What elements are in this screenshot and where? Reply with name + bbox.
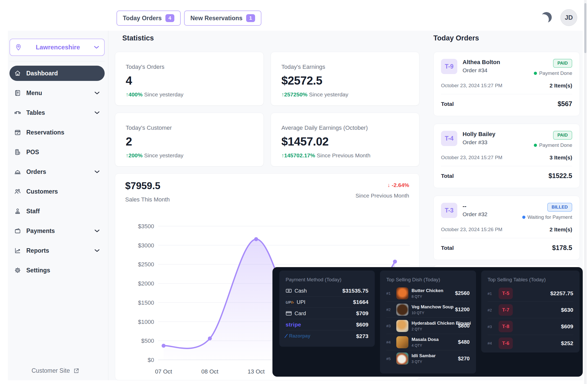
upi-logo-icon: UPI› xyxy=(286,300,294,304)
dish-qty: 3 QTY xyxy=(412,360,436,364)
table-rank-row: #2 T-7 $630 xyxy=(488,302,573,318)
dish-row: #3 Hyderabadi Chicken Biryani2 QTY $600 xyxy=(386,318,470,334)
table-amount: $252 xyxy=(561,340,573,346)
dish-amount: $600 xyxy=(458,323,470,329)
sidebar-item-menu[interactable]: Menu xyxy=(9,85,105,101)
sidebar-item-label: Tables xyxy=(26,109,45,116)
chevron-down-icon xyxy=(94,45,99,49)
order-total-value: $1522.5 xyxy=(549,172,572,180)
payment-method-name: Card xyxy=(295,310,306,316)
location-selector[interactable]: Lawrenceshire xyxy=(9,39,105,56)
sidebar-item-customers[interactable]: Customers xyxy=(9,184,105,199)
today-orders-button[interactable]: Today Orders 4 xyxy=(116,11,181,26)
svg-text:$0: $0 xyxy=(148,357,154,363)
today-orders-count-badge: 4 xyxy=(165,14,174,22)
new-reservations-button[interactable]: New Reservations 1 xyxy=(184,11,261,26)
stat-label: Today's Orders xyxy=(126,64,253,70)
scrollbar-thumb[interactable] xyxy=(584,3,586,53)
svg-text:$2500: $2500 xyxy=(138,261,154,268)
dish-name: Masala Dosa xyxy=(412,337,439,342)
order-divider xyxy=(441,166,572,166)
order-total-label: Total xyxy=(441,101,454,107)
payment-method-row: UPI›UPI $1664 xyxy=(286,297,368,308)
status-dot-icon xyxy=(534,72,537,75)
payment-method-row: Card $709 xyxy=(286,308,368,319)
svg-text:08 Oct: 08 Oct xyxy=(201,368,219,375)
gear-icon xyxy=(14,267,21,274)
avatar[interactable]: JD xyxy=(560,9,577,26)
stat-label: Today's Earnings xyxy=(281,64,409,70)
sidebar-item-dashboard[interactable]: Dashboard xyxy=(9,66,105,81)
sidebar-item-label: Staff xyxy=(26,208,40,215)
stats-grid: Today's Orders 4 ↑400% Since yesterday T… xyxy=(115,52,419,167)
insights-overlay: Payment Method (Today) Cash $31535.75 UP… xyxy=(272,267,583,377)
status-badge: BILLED xyxy=(547,203,572,212)
payment-status-note: Payment Done xyxy=(534,142,572,148)
today-orders-list: T-9 Althea Bolton Order #34 PAID Payment… xyxy=(433,52,580,260)
svg-text:$500: $500 xyxy=(141,338,154,344)
dark-mode-moon-icon[interactable] xyxy=(541,12,552,23)
chevron-down-icon xyxy=(94,91,100,95)
sidebar-divider xyxy=(108,31,108,380)
top-selling-dish-panel: Top Selling Dish (Today) #1 Butter Chick… xyxy=(380,271,476,373)
order-card[interactable]: T-3 -- Order #32 BILLED Waiting for Paym… xyxy=(433,196,580,260)
table-amount: $630 xyxy=(561,307,573,313)
sidebar-item-orders[interactable]: Orders xyxy=(9,164,105,179)
sales-total: $7959.5 xyxy=(125,180,160,191)
cash-icon xyxy=(286,288,292,294)
dish-rank: #5 xyxy=(386,356,393,361)
stat-delta-note: Since yesterday xyxy=(144,91,183,97)
stat-value: 2 xyxy=(126,135,253,148)
dish-photo xyxy=(396,304,408,316)
table-rank: #1 xyxy=(488,291,494,296)
stat-label: Average Daily Earnings (October) xyxy=(281,124,409,131)
table-badge: T-9 xyxy=(441,59,457,74)
stat-delta: ↑400% Since yesterday xyxy=(126,91,253,98)
stat-card-average-daily-earnings: Average Daily Earnings (October) $1457.0… xyxy=(271,113,419,167)
stat-delta: ↑200% Since yesterday xyxy=(126,152,253,159)
sidebar-item-settings[interactable]: Settings xyxy=(9,263,105,278)
payment-status-note: Waiting for Payment xyxy=(522,214,572,220)
dish-rank: #3 xyxy=(386,324,393,328)
payment-method-name: Cash xyxy=(295,288,307,294)
payment-method-amount: $709 xyxy=(356,310,368,316)
payment-status-text: Waiting for Payment xyxy=(528,214,572,220)
payment-method-row: ⁄Razorpay $273 xyxy=(286,330,368,342)
payment-method-panel: Payment Method (Today) Cash $31535.75 UP… xyxy=(279,271,375,347)
dish-rank: #1 xyxy=(386,291,393,295)
stat-value: 4 xyxy=(126,74,253,87)
order-number: Order #33 xyxy=(463,139,495,146)
payment-method-row: stripe $609 xyxy=(286,319,368,330)
sidebar-item-reports[interactable]: Reports xyxy=(9,243,105,258)
wallet-icon xyxy=(14,227,21,234)
payment-status-note: Payment Done xyxy=(534,70,572,76)
top-selling-tables-panel: Top Selling Tables (Today) #1 T-5 $2257.… xyxy=(481,271,580,352)
order-card[interactable]: T-9 Althea Bolton Order #34 PAID Payment… xyxy=(433,52,580,116)
sidebar-item-reservations[interactable]: Reservations xyxy=(9,125,105,140)
sales-subtitle: Sales This Month xyxy=(125,196,170,203)
sidebar-item-tables[interactable]: Tables xyxy=(9,105,105,120)
stat-value: $1457.02 xyxy=(281,135,409,148)
sidebar-item-label: POS xyxy=(26,149,39,156)
up-arrow-icon: ↑ xyxy=(281,152,284,158)
sidebar-item-staff[interactable]: Staff xyxy=(9,204,105,219)
sidebar-item-payments[interactable]: Payments xyxy=(9,223,105,238)
order-number: Order #32 xyxy=(463,211,488,217)
sales-delta-value: -2.64% xyxy=(392,182,409,188)
order-total-label: Total xyxy=(441,245,454,251)
credit-card-icon xyxy=(286,310,292,316)
scrollbar-track[interactable] xyxy=(584,0,587,384)
menu-book-icon xyxy=(14,90,21,96)
sidebar-item-label: Reports xyxy=(26,247,49,254)
payment-method-amount: $1664 xyxy=(353,299,368,305)
svg-text:13 Oct: 13 Oct xyxy=(248,368,265,375)
status-badge: PAID xyxy=(553,59,572,68)
order-total-value: $567 xyxy=(557,100,572,108)
dish-rank: #2 xyxy=(386,307,393,312)
customer-site-link[interactable]: Customer Site xyxy=(32,367,79,374)
dish-name: Idli Sambar xyxy=(412,353,436,359)
table-badge-red: T-5 xyxy=(499,288,513,299)
order-card[interactable]: T-4 Holly Bailey Order #33 PAID Payment … xyxy=(433,124,580,188)
customer-name: Althea Bolton xyxy=(463,59,500,66)
sidebar-item-pos[interactable]: POS xyxy=(9,144,105,160)
